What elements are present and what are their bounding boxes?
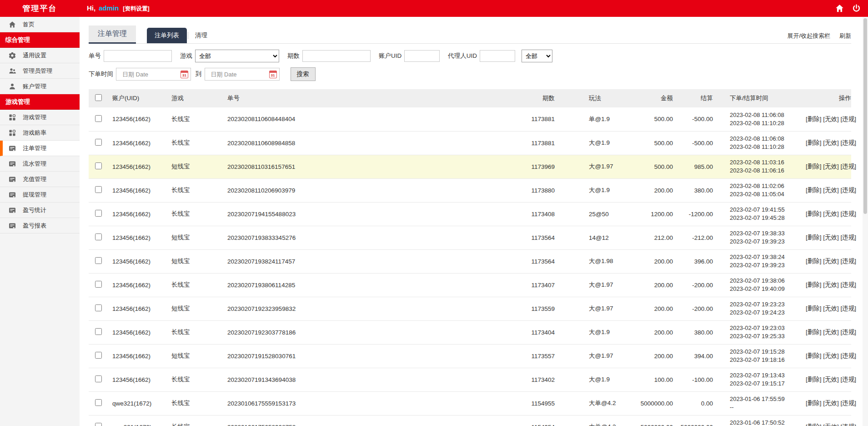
row-checkbox[interactable] xyxy=(95,281,102,288)
sidebar-item-label: 游戏管理 xyxy=(23,113,46,122)
invalid-link[interactable]: [无效] xyxy=(823,423,839,426)
sidebar-item-2[interactable]: 通用设置 xyxy=(0,48,80,63)
violation-link[interactable]: [违规] xyxy=(841,258,857,264)
delete-link[interactable]: [删除] xyxy=(806,400,822,406)
violation-link[interactable]: [违规] xyxy=(841,187,857,193)
search-button[interactable]: 搜索 xyxy=(291,67,316,81)
greeting-prefix: Hi, xyxy=(87,4,95,12)
refresh-link[interactable]: 刷新 xyxy=(839,32,851,40)
tabs: 注单列表 清理 xyxy=(147,28,213,43)
violation-link[interactable]: [违规] xyxy=(841,400,857,406)
row-checkbox[interactable] xyxy=(95,423,102,426)
play-cell: 大@1.97 xyxy=(555,155,639,178)
delete-link[interactable]: [删除] xyxy=(806,281,822,288)
invalid-link[interactable]: [无效] xyxy=(823,234,839,241)
invalid-link[interactable]: [无效] xyxy=(823,116,839,122)
sidebar-item-9[interactable]: 流水管理 xyxy=(0,156,80,172)
delete-link[interactable]: [删除] xyxy=(806,329,822,335)
sidebar-item-6[interactable]: 游戏管理 xyxy=(0,110,80,125)
delete-link[interactable]: [删除] xyxy=(806,163,822,170)
select-all-checkbox[interactable] xyxy=(95,94,102,101)
game-select[interactable]: 全部 xyxy=(195,50,279,62)
calendar-icon[interactable]: 31 xyxy=(269,71,277,78)
delete-link[interactable]: [删除] xyxy=(806,116,822,122)
row-checkbox[interactable] xyxy=(95,328,102,335)
invalid-link[interactable]: [无效] xyxy=(823,163,839,170)
row-checkbox[interactable] xyxy=(95,210,102,217)
tab-order-list[interactable]: 注单列表 xyxy=(147,28,187,43)
violation-link[interactable]: [违规] xyxy=(841,423,857,426)
invalid-link[interactable]: [无效] xyxy=(823,305,839,312)
delete-link[interactable]: [删除] xyxy=(806,210,822,217)
sidebar-item-13[interactable]: 盈亏报表 xyxy=(0,218,80,233)
invalid-link[interactable]: [无效] xyxy=(823,139,839,146)
row-checkbox[interactable] xyxy=(95,162,102,169)
invalid-link[interactable]: [无效] xyxy=(823,329,839,335)
invalid-link[interactable]: [无效] xyxy=(823,187,839,193)
delete-link[interactable]: [删除] xyxy=(806,234,822,241)
sidebar-item-10[interactable]: 充值管理 xyxy=(0,172,80,187)
row-checkbox[interactable] xyxy=(95,352,102,359)
delete-link[interactable]: [删除] xyxy=(806,187,822,193)
violation-link[interactable]: [违规] xyxy=(841,210,857,217)
delete-link[interactable]: [删除] xyxy=(806,139,822,146)
date-from-input[interactable] xyxy=(120,68,181,80)
violation-link[interactable]: [违规] xyxy=(841,352,857,359)
violation-link[interactable]: [违规] xyxy=(841,329,857,335)
row-checkbox[interactable] xyxy=(95,139,102,146)
order-no-cell: 20230207193806114285 xyxy=(224,273,427,297)
violation-link[interactable]: [违规] xyxy=(841,281,857,288)
account-uid-input[interactable] xyxy=(404,50,440,62)
status-select[interactable]: 全部 xyxy=(522,50,552,62)
invalid-link[interactable]: [无效] xyxy=(823,258,839,264)
invalid-link[interactable]: [无效] xyxy=(823,376,839,383)
row-checkbox[interactable] xyxy=(95,399,102,406)
logout-power-icon[interactable] xyxy=(852,4,861,13)
delete-link[interactable]: [删除] xyxy=(806,376,822,383)
violation-link[interactable]: [违规] xyxy=(841,163,857,170)
delete-link[interactable]: [删除] xyxy=(806,305,822,312)
row-checkbox[interactable] xyxy=(95,257,102,264)
invalid-link[interactable]: [无效] xyxy=(823,352,839,359)
sidebar-item-12[interactable]: 盈亏统计 xyxy=(0,203,80,218)
toggle-search-link[interactable]: 展开/收起搜索栏 xyxy=(787,32,830,40)
sidebar-item-11[interactable]: 提现管理 xyxy=(0,187,80,203)
row-checkbox[interactable] xyxy=(95,186,102,193)
row-checkbox[interactable] xyxy=(95,233,102,240)
home-icon[interactable] xyxy=(835,4,844,13)
delete-link[interactable]: [删除] xyxy=(806,423,822,426)
delete-link[interactable]: [删除] xyxy=(806,258,822,264)
sidebar-item-7[interactable]: 游戏赔率 xyxy=(0,125,80,141)
calendar-icon[interactable]: 31 xyxy=(181,71,188,78)
order-settle-time-cell: 2023-02-07 19:13:432023-02-07 19:15:17 xyxy=(713,368,806,391)
row-checkbox-cell xyxy=(89,320,108,344)
actions-cell: [删除] [无效] [违规] xyxy=(806,131,851,155)
violation-link[interactable]: [违规] xyxy=(841,116,857,122)
row-checkbox[interactable] xyxy=(95,304,102,311)
invalid-link[interactable]: [无效] xyxy=(823,210,839,217)
invalid-link[interactable]: [无效] xyxy=(823,400,839,406)
date-to-input[interactable] xyxy=(208,68,269,80)
row-checkbox-cell xyxy=(89,273,108,297)
sidebar-item-4[interactable]: 账户管理 xyxy=(0,79,80,94)
page-scrollbar[interactable] xyxy=(863,17,868,426)
violation-link[interactable]: [违规] xyxy=(841,305,857,312)
row-checkbox[interactable] xyxy=(95,115,102,122)
sidebar-item-3[interactable]: 管理员管理 xyxy=(0,63,80,79)
order-no-input[interactable] xyxy=(104,50,172,62)
delete-link[interactable]: [删除] xyxy=(806,352,822,359)
scrollbar-thumb[interactable] xyxy=(863,18,867,214)
sidebar-item-8[interactable]: 注单管理 xyxy=(0,141,80,156)
profile-settings-link[interactable]: [资料设置] xyxy=(123,5,149,13)
period-input[interactable] xyxy=(302,50,371,62)
order-no-cell: 20230106175559153173 xyxy=(224,391,427,415)
violation-link[interactable]: [违规] xyxy=(841,376,857,383)
tab-cleanup[interactable]: 清理 xyxy=(189,28,213,43)
violation-link[interactable]: [违规] xyxy=(841,234,857,241)
invalid-link[interactable]: [无效] xyxy=(823,281,839,288)
doc-icon xyxy=(9,160,16,167)
row-checkbox[interactable] xyxy=(95,375,102,382)
agent-uid-input[interactable] xyxy=(480,50,515,62)
sidebar-item-0[interactable]: 首页 xyxy=(0,17,80,32)
violation-link[interactable]: [违规] xyxy=(841,139,857,146)
